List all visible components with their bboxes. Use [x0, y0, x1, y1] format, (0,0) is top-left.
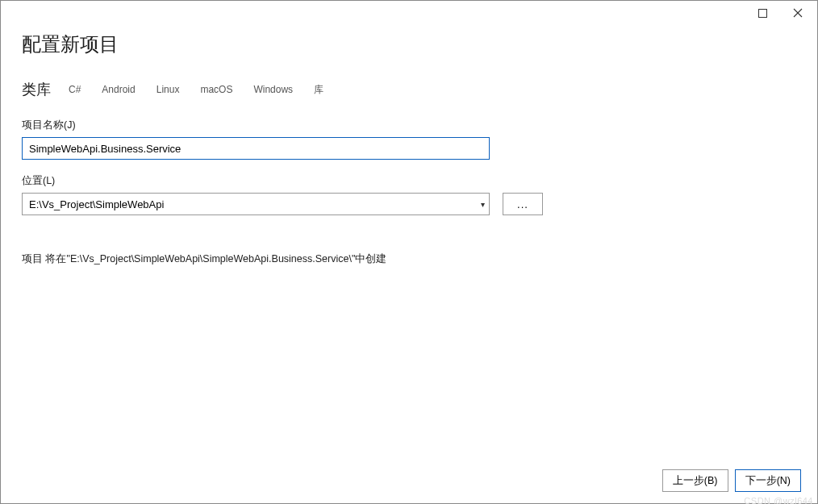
page-title: 配置新项目	[22, 31, 796, 57]
back-button[interactable]: 上一步(B)	[662, 469, 728, 492]
close-icon	[793, 8, 803, 18]
template-row: 类库 C# Android Linux macOS Windows 库	[22, 80, 796, 99]
next-button[interactable]: 下一步(N)	[735, 469, 801, 492]
template-name: 类库	[22, 80, 51, 99]
tag-macos: macOS	[197, 82, 236, 97]
svg-rect-0	[758, 9, 766, 17]
location-input[interactable]	[22, 193, 490, 215]
tag-android: Android	[98, 82, 138, 97]
tag-csharp: C#	[65, 82, 84, 97]
tag-library: 库	[311, 81, 327, 98]
tag-windows: Windows	[250, 82, 296, 97]
close-button[interactable]	[780, 2, 816, 24]
titlebar	[1, 1, 817, 25]
project-name-input[interactable]	[22, 137, 490, 160]
maximize-icon	[758, 9, 767, 18]
location-label: 位置(L)	[22, 174, 796, 188]
maximize-button[interactable]	[745, 2, 780, 24]
tag-linux: Linux	[153, 82, 183, 97]
project-path-info: 项目 将在"E:\Vs_Project\SimpleWebApi\SimpleW…	[22, 252, 796, 266]
browse-button[interactable]: ...	[503, 193, 543, 215]
project-name-label: 项目名称(J)	[22, 119, 796, 132]
